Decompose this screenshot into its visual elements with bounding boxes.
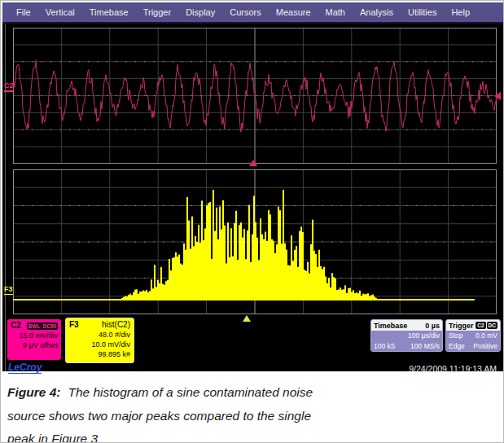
c2-scale-readout: 15.0 mV/div	[11, 331, 58, 340]
lower-graticule	[13, 169, 497, 314]
menu-bar: File Vertical Timebase Trigger Display C…	[2, 2, 503, 24]
upper-graticule	[13, 28, 497, 164]
menu-item-math[interactable]: Math	[318, 7, 353, 17]
trigger-level-marker-icon[interactable]	[494, 92, 501, 100]
figure-caption-line3: peak in Figure 3	[7, 428, 495, 443]
timebase-scale-readout: 100 µs/div	[408, 331, 440, 341]
f3-horizontal-scale-readout: 10.0 mV/div	[69, 340, 130, 349]
trigger-source-badge: C2 DC	[476, 322, 497, 329]
trigger-type-readout: Edge	[449, 341, 465, 352]
trigger-summary-box[interactable]: Trigger C2 DC Stop 0.0 mV Edge Positive	[445, 319, 501, 352]
timebase-title: Timebase	[374, 322, 407, 330]
menu-item-utilities[interactable]: Utilities	[401, 7, 444, 17]
trigger-level-readout: 0.0 mV	[476, 331, 497, 341]
timebase-samples-readout: 100 kS	[374, 341, 395, 352]
f3-function-readout: hist(C2)	[102, 320, 130, 330]
f3-trace-label[interactable]: F3	[4, 286, 13, 295]
c2-descriptor-box[interactable]: C2 BWL DC50 15.0 mV/div 9 µV offset	[7, 319, 61, 360]
c2-trace-label[interactable]: C2	[4, 82, 14, 92]
f3-population-readout: 99.895 k#	[69, 349, 130, 359]
menu-item-timebase[interactable]: Timebase	[82, 7, 136, 17]
c2-coupling-badge: BWL DC50	[27, 322, 58, 330]
trigger-title: Trigger	[449, 322, 474, 330]
figure-caption: Figure 4:The histogram of a sine contami…	[1, 371, 504, 443]
trigger-mode-readout: Stop	[449, 331, 463, 341]
menu-item-measure[interactable]: Measure	[269, 7, 318, 17]
c2-waveform-trace	[13, 28, 497, 164]
menu-item-trigger[interactable]: Trigger	[136, 7, 178, 17]
timebase-rate-readout: 100 MS/s	[410, 341, 440, 352]
scope-display-area: C2 F3 C2 BWL DC50 15.0 mV/div 9 µV offse…	[2, 24, 503, 371]
c2-descriptor-title: C2	[11, 321, 21, 331]
f3-histogram-trace	[13, 169, 497, 314]
f3-descriptor-title: F3	[69, 320, 79, 330]
menu-item-cursors[interactable]: Cursors	[222, 7, 269, 17]
oscilloscope-window: File Vertical Timebase Trigger Display C…	[2, 2, 503, 371]
menu-item-display[interactable]: Display	[178, 7, 222, 17]
c2-offset-readout: 9 µV offset	[11, 340, 58, 350]
trigger-slope-readout: Positive	[473, 341, 497, 352]
histogram-center-marker-icon[interactable]	[243, 315, 251, 322]
menu-item-analysis[interactable]: Analysis	[353, 7, 401, 17]
figure-4: File Vertical Timebase Trigger Display C…	[0, 0, 504, 443]
f3-descriptor-box[interactable]: F3 hist(C2) 48.0 #/div 10.0 mV/div 99.89…	[65, 318, 134, 363]
timebase-summary-box[interactable]: Timebase 0 µs 100 µs/div 100 kS 100 MS/s	[370, 319, 443, 352]
figure-caption-line2: source shows two major peaks compared to…	[7, 405, 495, 428]
timebase-delay-readout: 0 µs	[425, 322, 440, 330]
trigger-time-marker-icon[interactable]	[249, 160, 257, 166]
figure-caption-label: Figure 4:	[7, 385, 60, 399]
menu-item-vertical[interactable]: Vertical	[38, 7, 82, 17]
f3-vertical-scale-readout: 48.0 #/div	[69, 330, 130, 340]
menu-item-file[interactable]: File	[9, 7, 38, 17]
figure-caption-line1: The histogram of a sine contaminated noi…	[68, 385, 313, 399]
menu-item-help[interactable]: Help	[444, 7, 477, 17]
screen-left-divider	[5, 24, 6, 371]
